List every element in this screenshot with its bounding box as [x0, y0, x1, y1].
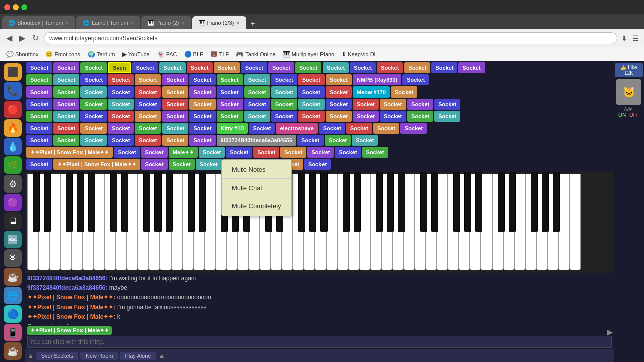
- black-key-4-0[interactable]: [343, 172, 350, 232]
- context-menu-mute-chat[interactable]: Mute Chat: [222, 180, 291, 196]
- white-key-13[interactable]: [171, 174, 182, 270]
- user-btn[interactable]: Socket: [26, 111, 52, 122]
- new-tab-button[interactable]: +: [247, 18, 258, 29]
- expand-room-btn[interactable]: ▲: [27, 352, 34, 360]
- user-btn-kitty[interactable]: Kitty #10: [217, 123, 248, 134]
- user-btn[interactable]: Socket: [80, 86, 107, 98]
- user-btn[interactable]: Socket: [403, 74, 429, 85]
- user-btn[interactable]: Socket: [189, 86, 215, 98]
- black-key-3-3[interactable]: [298, 172, 305, 232]
- user-btn[interactable]: Socket: [362, 147, 388, 158]
- tab-lamp[interactable]: 🌐 Lamp | Terrium ✕: [76, 16, 140, 29]
- user-btn[interactable]: Socket: [271, 74, 297, 85]
- user-btn[interactable]: Socket: [325, 135, 351, 146]
- user-btn[interactable]: Socket: [135, 86, 161, 98]
- white-key-30[interactable]: [359, 174, 370, 270]
- user-btn-nmpb[interactable]: NMPB (Ray890): [353, 74, 401, 85]
- expand-play-btn[interactable]: ▲: [158, 352, 165, 360]
- sidebar-icon-4[interactable]: 💧: [4, 138, 22, 155]
- sidebar-icon-0[interactable]: ⬛: [4, 63, 22, 81]
- black-key-3-5[interactable]: [320, 172, 328, 232]
- user-btn[interactable]: Socket: [326, 74, 352, 85]
- minimize-button[interactable]: [13, 4, 19, 10]
- user-btn[interactable]: Socket: [377, 62, 403, 73]
- user-btn[interactable]: Socket: [108, 74, 134, 85]
- ads-on-toggle[interactable]: ON: [618, 112, 626, 118]
- user-btn-electroshave[interactable]: electroshave: [276, 123, 317, 134]
- white-key-16[interactable]: [204, 174, 215, 270]
- sidebar-icon-5[interactable]: 🌿: [4, 156, 22, 174]
- user-btn[interactable]: Socket: [380, 99, 406, 110]
- black-key-4-4[interactable]: [387, 172, 394, 232]
- sidebar-icon-12[interactable]: 🌐: [4, 287, 22, 304]
- bookmark-blf[interactable]: 🔵 BLF: [182, 50, 205, 59]
- user-btn[interactable]: Socket: [353, 111, 379, 122]
- user-btn[interactable]: Socket: [407, 111, 433, 122]
- sidebar-icon-13[interactable]: 🔵: [4, 305, 22, 323]
- user-btn[interactable]: Socket: [196, 159, 222, 170]
- user-btn[interactable]: Socket: [323, 62, 349, 73]
- new-room-button[interactable]: New Room: [80, 352, 118, 360]
- user-btn[interactable]: Socket: [335, 147, 361, 158]
- user-btn[interactable]: Socket: [108, 86, 134, 98]
- black-key-4-5[interactable]: [398, 172, 405, 232]
- black-key-4-3[interactable]: [376, 172, 383, 232]
- user-btn[interactable]: Socket: [108, 135, 134, 146]
- chat-input[interactable]: [30, 338, 609, 345]
- user-btn[interactable]: Socket: [458, 62, 485, 73]
- refresh-button[interactable]: ↻: [30, 32, 41, 44]
- sidebar-icon-9[interactable]: 🔤: [4, 231, 22, 248]
- user-btn[interactable]: Socket: [135, 74, 161, 85]
- user-btn[interactable]: Socket: [80, 99, 107, 110]
- white-key-48[interactable]: [558, 174, 570, 270]
- user-btn[interactable]: Socket: [53, 86, 79, 98]
- user-btn[interactable]: Socket: [26, 159, 52, 170]
- scroll-indicator[interactable]: ▶: [607, 327, 613, 337]
- sidebar-icon-11[interactable]: ☕: [4, 268, 22, 286]
- user-btn[interactable]: Socket: [162, 111, 188, 122]
- black-key-5-3[interactable]: [453, 172, 460, 232]
- user-btn[interactable]: Socket: [132, 62, 158, 73]
- user-btn-hash[interactable]: 9f33724840fdeca6a3a84656: [217, 135, 297, 146]
- bookmark-emoticons[interactable]: 😊 Emoticons: [43, 50, 82, 59]
- user-btn[interactable]: Socket: [162, 74, 188, 85]
- user-btn[interactable]: Socket: [26, 135, 52, 146]
- user-btn-sven[interactable]: Sven: [108, 62, 131, 73]
- user-btn[interactable]: Socket: [162, 135, 188, 146]
- user-btn[interactable]: Socket: [80, 74, 107, 85]
- context-menu-mute-notes[interactable]: Mute Notes: [222, 162, 291, 177]
- black-key-0-0[interactable]: [33, 172, 40, 232]
- bookmark-terrium[interactable]: 🌍 Terrium: [86, 50, 117, 59]
- bookmark-shoutbox[interactable]: 💬 Shoutbox: [4, 50, 40, 59]
- user-btn[interactable]: Socket: [159, 62, 186, 73]
- user-btn[interactable]: Socket: [244, 86, 270, 98]
- white-key-27[interactable]: [326, 174, 337, 270]
- user-btn[interactable]: Socket: [189, 99, 215, 110]
- user-btn[interactable]: Socket: [217, 86, 243, 98]
- bookmark-tanki[interactable]: 🎮 Tanki Online: [234, 50, 278, 59]
- play-alone-button[interactable]: Play Alone: [120, 352, 156, 360]
- sidebar-icon-14[interactable]: 📱: [4, 324, 22, 341]
- black-key-1-1[interactable]: [121, 172, 128, 232]
- user-btn[interactable]: Socket: [326, 99, 352, 110]
- user-btn[interactable]: Socket: [135, 135, 161, 146]
- user-btn[interactable]: Socket: [26, 99, 52, 110]
- user-btn[interactable]: Socket: [244, 74, 270, 85]
- menu-button[interactable]: ☰: [631, 33, 640, 43]
- tab-close[interactable]: ✕: [65, 20, 69, 26]
- black-key-6-3[interactable]: [531, 172, 538, 232]
- sidebar-icon-10[interactable]: 👁: [4, 249, 22, 267]
- user-btn[interactable]: Socket: [352, 135, 378, 146]
- user-btn[interactable]: Socket: [391, 86, 417, 98]
- black-key-0-4[interactable]: [77, 172, 84, 232]
- user-btn[interactable]: Socket: [26, 123, 52, 134]
- user-btn[interactable]: Male✦✦: [169, 147, 198, 158]
- user-btn[interactable]: Socket: [199, 147, 225, 158]
- user-btn[interactable]: Socket: [53, 74, 79, 85]
- room-label[interactable]: SvenSockets: [36, 352, 78, 360]
- user-btn[interactable]: Socket: [114, 147, 140, 158]
- black-key-4-1[interactable]: [354, 172, 361, 232]
- user-btn-meow[interactable]: Meow #170: [353, 86, 390, 98]
- user-btn[interactable]: Socket: [189, 123, 215, 134]
- user-btn[interactable]: Socket: [298, 86, 325, 98]
